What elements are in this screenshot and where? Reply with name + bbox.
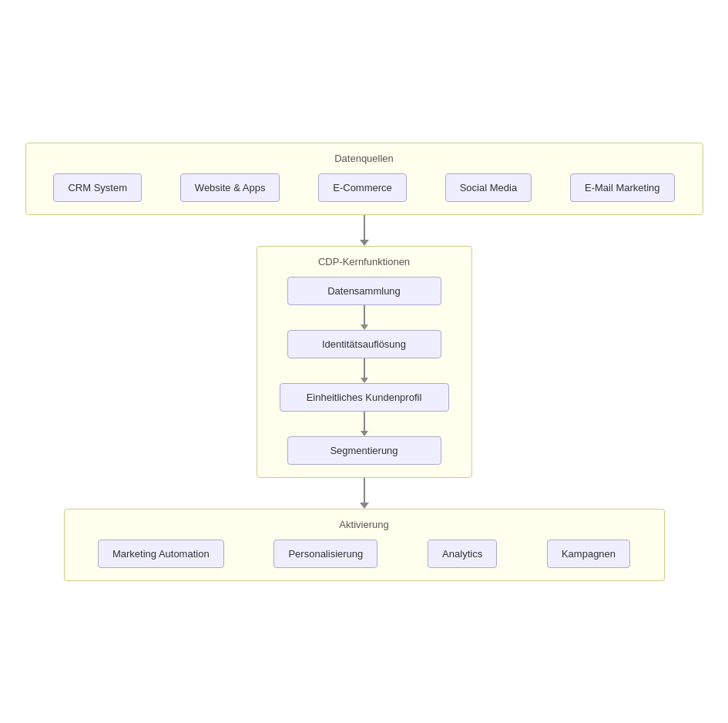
cdp-arrow-3: [361, 412, 368, 436]
item-website: Website & Apps: [180, 173, 280, 202]
cdp-line-1: [364, 305, 365, 325]
cdp-line-2: [364, 358, 365, 378]
item-email: E-Mail Marketing: [570, 173, 675, 202]
aktivierung-box: Aktivierung Marketing Automation Persona…: [64, 509, 665, 581]
datenquellen-box: Datenquellen CRM System Website & Apps E…: [25, 143, 703, 215]
cdp-line-3: [364, 412, 365, 431]
cdp-head-1: [361, 325, 368, 330]
cdp-step-datensammlung: Datensammlung: [287, 277, 441, 305]
cdp-label: CDP-Kernfunktionen: [318, 256, 410, 267]
aktivierung-label: Aktivierung: [77, 519, 652, 530]
item-crm: CRM System: [53, 173, 142, 202]
datenquellen-label: Datenquellen: [39, 153, 690, 164]
item-analytics: Analytics: [428, 540, 497, 568]
cdp-step-identitaet: Identitätsauflösung: [287, 330, 441, 358]
datenquellen-items-row: CRM System Website & Apps E-Commerce Soc…: [39, 173, 690, 202]
cdp-box: CDP-Kernfunktionen Datensammlung Identit…: [257, 246, 472, 478]
arrow-line-2: [364, 478, 365, 503]
aktivierung-items-row: Marketing Automation Personalisierung An…: [77, 540, 652, 568]
cdp-head-3: [361, 431, 368, 436]
cdp-head-2: [361, 378, 368, 383]
item-social: Social Media: [445, 173, 532, 202]
cdp-step-segmentierung: Segmentierung: [287, 436, 441, 465]
item-personalisierung: Personalisierung: [273, 540, 377, 568]
arrow-datenquellen-to-cdp: [360, 215, 369, 246]
diagram-container: Datenquellen CRM System Website & Apps E…: [18, 143, 711, 581]
arrow-line-1: [364, 215, 365, 240]
item-marketing-auto: Marketing Automation: [98, 540, 224, 568]
arrow-head-2: [360, 503, 369, 509]
cdp-arrow-2: [361, 358, 368, 383]
item-kampagnen: Kampagnen: [547, 540, 630, 568]
arrow-head-1: [360, 240, 369, 246]
cdp-step-kundenprofil: Einheitliches Kundenprofil: [280, 383, 449, 412]
item-ecommerce: E-Commerce: [318, 173, 407, 202]
arrow-cdp-to-aktivierung: [360, 478, 369, 509]
cdp-arrow-1: [361, 305, 368, 330]
